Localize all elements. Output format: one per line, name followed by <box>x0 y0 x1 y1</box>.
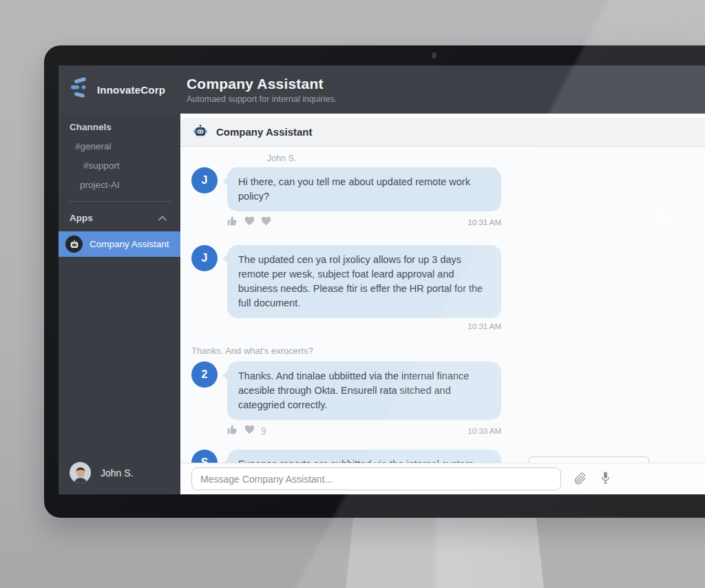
sidebar-item-general[interactable]: #general <box>59 132 180 151</box>
message-bubble: Hi there, can you tell me about updated … <box>227 167 501 211</box>
read-expense-policy-button[interactable]: Read Expense Policy <box>529 456 649 463</box>
heart-icon[interactable] <box>261 216 271 229</box>
monitor-bezel: InnovateCorp Company Assistant Automaed … <box>44 45 705 518</box>
apps-section-label: Apps <box>70 213 93 223</box>
sidebar-item-label: Company Assistant <box>90 239 169 249</box>
org-name: InnovateCorp <box>97 84 165 96</box>
interim-message-text: Thanks. And what's exrocerts? <box>191 346 705 356</box>
heart-icon[interactable] <box>244 425 255 437</box>
voice-input-button[interactable] <box>600 471 611 487</box>
chat-title: Company Assistant <box>216 126 312 138</box>
chat-panel: Company Assistant John S. J Hi there, ca… <box>180 114 705 494</box>
app-header: InnovateCorp Company Assistant Automaed … <box>59 65 705 114</box>
avatar: 2 <box>191 361 218 388</box>
thumbs-up-icon[interactable] <box>227 216 238 229</box>
message-input-bar <box>180 463 705 494</box>
chat-header: Company Assistant <box>180 118 705 147</box>
page-title: Company Assistant <box>187 76 337 92</box>
brand: InnovateCorp <box>59 76 180 103</box>
message-row: J Hi there, can you tell me about update… <box>191 167 705 211</box>
microphone-icon <box>600 471 611 487</box>
channels-section-label: Channels <box>59 114 180 132</box>
avatar: J <box>191 167 218 193</box>
avatar: S <box>191 450 218 463</box>
message-meta: 9 10:33 AM <box>227 424 501 437</box>
message-meta: 10:31 AM <box>227 322 501 330</box>
thumbs-up-icon[interactable] <box>227 424 238 437</box>
message-bubble: Thanks. And tinalae ubbiitted via the in… <box>227 361 501 420</box>
sender-label: John S. <box>267 154 705 163</box>
robot-icon <box>193 123 208 141</box>
message-meta: 10:31 AM <box>227 216 501 229</box>
chevron-up-icon <box>158 211 167 224</box>
webcam-dot <box>432 52 436 59</box>
paperclip-icon <box>574 472 587 487</box>
timestamp: 10:31 AM <box>467 218 501 227</box>
timestamp: 10:33 AM <box>467 427 501 435</box>
reactions[interactable]: 9 <box>227 424 266 437</box>
sidebar-item-support[interactable]: #support <box>59 151 180 171</box>
sidebar-item-company-assistant[interactable]: Company Assistant <box>59 231 180 257</box>
page-subtitle: Automaed support for internal inquiries. <box>187 94 337 104</box>
user-name: John S. <box>101 468 133 479</box>
monitor-stand <box>346 516 544 588</box>
user-avatar <box>70 462 91 483</box>
message-bubble: The updated cen ya rol jxolicy allows fo… <box>227 245 501 318</box>
nine-reaction-glyph[interactable]: 9 <box>261 426 266 437</box>
message-row: J The updated cen ya rol jxolicy allows … <box>191 245 705 318</box>
desktop-background: InnovateCorp Company Assistant Automaed … <box>0 0 705 588</box>
apps-section-header[interactable]: Apps <box>59 202 180 224</box>
sidebar: Channels #general #support project-AI Ap… <box>59 114 180 494</box>
app-window: InnovateCorp Company Assistant Automaed … <box>59 65 705 494</box>
avatar: J <box>191 245 218 271</box>
timestamp: 10:31 AM <box>467 322 501 330</box>
robot-icon <box>65 235 83 253</box>
current-user[interactable]: John S. <box>70 462 133 483</box>
innovatecorp-logo-icon <box>68 76 90 103</box>
reactions[interactable] <box>227 216 271 229</box>
page-title-block: Company Assistant Automaed support for i… <box>180 76 337 104</box>
message-bubble: Expense reports are subbitted via the in… <box>227 450 501 463</box>
message-row: 2 Thanks. And tinalae ubbiitted via the … <box>191 361 705 420</box>
message-list: John S. J Hi there, can you tell me abou… <box>180 147 705 463</box>
sidebar-item-project-ai[interactable]: project-AI <box>59 171 180 190</box>
heart-icon[interactable] <box>244 216 255 229</box>
message-input[interactable] <box>191 468 561 490</box>
attach-button[interactable] <box>574 472 587 487</box>
